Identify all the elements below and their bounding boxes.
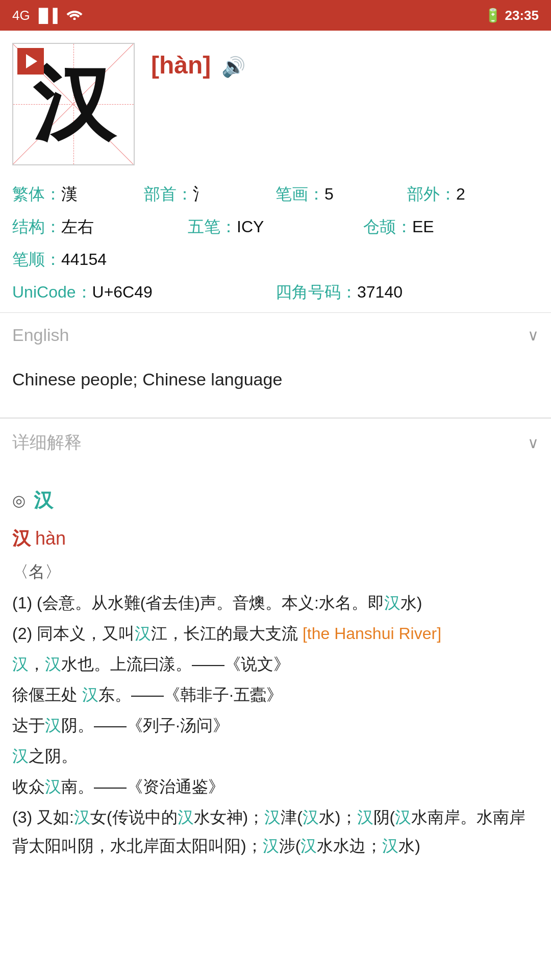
- cell-sijiao: 四角号码： 37140: [276, 276, 539, 308]
- value-sijiao: 37140: [357, 276, 403, 308]
- para-3: (3) 又如:汉女(传说中的汉水女神)；汉津(汉水)；汉阴(汉水南岸。水南岸背太…: [12, 803, 539, 860]
- char-big: 汉: [12, 528, 31, 549]
- link-han-9[interactable]: 汉: [74, 808, 90, 826]
- link-han-13[interactable]: 汉: [357, 808, 373, 826]
- value-cangjie: EE: [412, 210, 434, 243]
- info-row-2: 结构： 左右 五笔： ICY 仓颉： EE: [12, 210, 539, 243]
- cell-strokes-extra: 部外： 2: [407, 178, 539, 210]
- label-sijiao: 四角号码：: [276, 276, 357, 308]
- value-traditional: 漢: [61, 178, 78, 210]
- network-indicator: 4G: [12, 8, 30, 23]
- link-han-11[interactable]: 汉: [264, 808, 281, 826]
- info-row-1: 繁体： 漢 部首： 氵 笔画： 5 部外： 2: [12, 178, 539, 210]
- header-area: 汉 [hàn] 🔊: [0, 31, 551, 174]
- cell-unicode: UniCode： U+6C49: [12, 276, 276, 308]
- value-radical: 氵: [193, 178, 209, 210]
- status-bar: 4G ▐▌▌ 🔋 23:35: [0, 0, 551, 31]
- svg-point-0: [73, 17, 76, 20]
- link-han-6[interactable]: 汉: [45, 716, 61, 734]
- play-button[interactable]: [17, 48, 44, 75]
- cell-radical: 部首： 氵: [144, 178, 276, 210]
- quote-2: 徐偃王处 汉东。——《韩非子·五蠹》: [12, 680, 539, 709]
- character-display: 汉: [33, 63, 114, 145]
- label-traditional: 繁体：: [12, 178, 61, 210]
- detail-section-header[interactable]: 详细解释 ∨: [0, 418, 551, 467]
- time-display: 23:35: [505, 8, 539, 23]
- entry-char-link[interactable]: 汉: [34, 483, 53, 518]
- link-han-7[interactable]: 汉: [12, 747, 29, 765]
- cell-bishun: 笔顺： 44154: [12, 243, 539, 276]
- para-2: (2) 同本义，又叫汉江，长江的最大支流 [the Hanshui River]: [12, 619, 539, 648]
- label-unicode: UniCode：: [12, 276, 92, 308]
- pinyin-text: [hàn]: [151, 52, 211, 79]
- quote-1: 汉，汉水也。上流曰漾。——《说文》: [12, 650, 539, 678]
- cell-strokes: 笔画： 5: [276, 178, 407, 210]
- label-structure: 结构：: [12, 210, 61, 243]
- wifi-icon: [66, 8, 83, 23]
- link-han-8[interactable]: 汉: [45, 777, 61, 796]
- value-strokes: 5: [324, 178, 334, 210]
- detail-chevron-icon: ∨: [528, 434, 539, 452]
- status-right: 🔋 23:35: [485, 8, 539, 23]
- label-bishun: 笔顺：: [12, 243, 61, 276]
- para-1: (1) (会意。从水難(省去佳)声。音燠。本义:水名。即汉水): [12, 589, 539, 617]
- entry-heading: ◎ 汉: [12, 483, 539, 518]
- hanshui-link[interactable]: [the Hanshui River]: [303, 624, 441, 643]
- cell-wubi: 五笔： ICY: [188, 210, 363, 243]
- link-han-1[interactable]: 汉: [384, 594, 400, 612]
- signal-icon: ▐▌▌: [34, 8, 62, 23]
- status-left: 4G ▐▌▌: [12, 8, 83, 23]
- value-wubi: ICY: [237, 210, 264, 243]
- label-radical: 部首：: [144, 178, 193, 210]
- value-structure: 左右: [61, 210, 94, 243]
- value-bishun: 44154: [61, 243, 107, 276]
- english-chevron-icon: ∨: [528, 326, 539, 344]
- label-strokes: 笔画：: [276, 178, 324, 210]
- link-han-12[interactable]: 汉: [303, 808, 319, 826]
- link-han-5[interactable]: 汉: [82, 685, 98, 704]
- quote-5: 收众汉南。——《资治通鉴》: [12, 772, 539, 801]
- english-section-title: English: [12, 325, 69, 345]
- quote-3: 达于汉阴。——《列子·汤问》: [12, 711, 539, 740]
- value-unicode: U+6C49: [92, 276, 153, 308]
- link-han-4[interactable]: 汉: [45, 655, 61, 673]
- pos-label: 〈名〉: [12, 562, 61, 581]
- detail-section: 详细解释 ∨: [0, 418, 551, 467]
- cell-cangjie: 仓颉： EE: [363, 210, 539, 243]
- pos-line: 〈名〉: [12, 557, 539, 587]
- quote-4: 汉之阴。: [12, 742, 539, 770]
- info-grid: 繁体： 漢 部首： 氵 笔画： 5 部外： 2 结构： 左右 五笔： ICY 仓…: [0, 174, 551, 312]
- link-han-17[interactable]: 汉: [382, 837, 398, 855]
- label-strokes-extra: 部外：: [407, 178, 456, 210]
- info-row-3: 笔顺： 44154: [12, 243, 539, 276]
- detail-section-title: 详细解释: [12, 431, 82, 454]
- character-box: 汉: [12, 43, 135, 165]
- link-han-10[interactable]: 汉: [178, 808, 194, 826]
- english-text: Chinese people; Chinese language: [12, 370, 282, 389]
- english-content: Chinese people; Chinese language: [0, 357, 551, 418]
- cell-traditional: 繁体： 漢: [12, 178, 144, 210]
- link-han-3[interactable]: 汉: [12, 655, 29, 673]
- label-cangjie: 仓颉：: [363, 210, 412, 243]
- link-han-2[interactable]: 汉: [135, 624, 151, 643]
- info-row-4: UniCode： U+6C49 四角号码： 37140: [12, 276, 539, 308]
- label-wubi: 五笔：: [188, 210, 237, 243]
- char-pinyin-line: 汉 hàn: [12, 522, 539, 555]
- link-han-16[interactable]: 汉: [300, 837, 317, 855]
- link-han-14[interactable]: 汉: [395, 808, 411, 826]
- link-han-15[interactable]: 汉: [263, 837, 279, 855]
- sound-icon[interactable]: 🔊: [221, 56, 245, 78]
- value-strokes-extra: 2: [456, 178, 465, 210]
- char-pinyin-big: hàn: [35, 528, 66, 549]
- battery-icon: 🔋: [485, 8, 501, 23]
- english-section-header[interactable]: English ∨: [0, 312, 551, 357]
- circle-icon: ◎: [12, 487, 26, 514]
- main-content: ◎ 汉 汉 hàn 〈名〉 (1) (会意。从水難(省去佳)声。音燠。本义:水名…: [0, 467, 551, 887]
- cell-structure: 结构： 左右: [12, 210, 188, 243]
- pinyin-area: [hàn] 🔊: [151, 43, 539, 79]
- play-icon: [26, 54, 37, 68]
